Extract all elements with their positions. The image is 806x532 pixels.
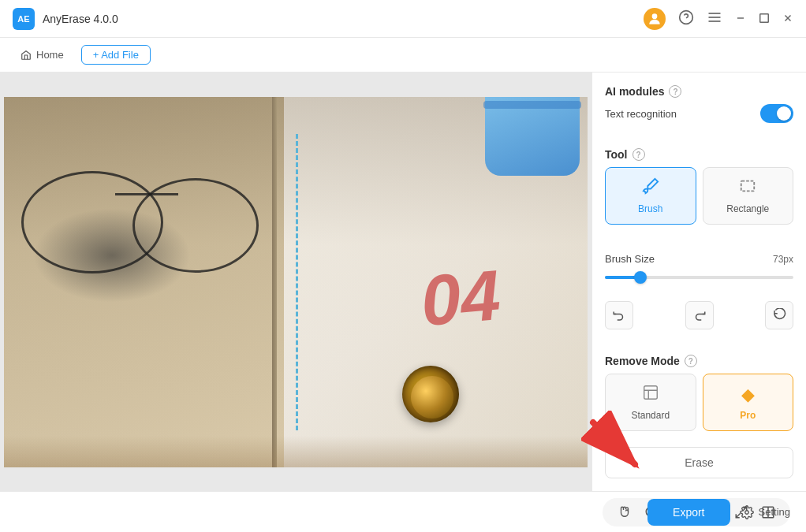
svg-rect-10 [741,181,755,192]
maximize-button[interactable] [759,12,770,26]
reset-button[interactable] [765,301,793,329]
remove-mode-title: Remove Mode ? [605,355,793,367]
brush-size-slider-container [605,270,793,285]
brush-label: Brush [638,203,662,214]
rectangle-tool-button[interactable]: Rectangle [703,167,794,225]
rectangle-label: Rectangle [726,203,769,214]
brush-size-row: Brush Size 73px [605,253,793,265]
toggle-thumb [777,106,791,121]
ai-modules-section: AI modules ? Text recognition [605,85,793,123]
text-recognition-row: Text recognition [605,104,793,123]
title-bar-right [644,8,793,30]
add-file-button[interactable]: + Add File [81,45,151,65]
svg-rect-11 [644,386,658,400]
setting-label: Setting [759,506,790,518]
add-file-label: + Add File [93,49,139,61]
book-number-text: 04 [418,254,504,341]
book-canvas: 04 [4,97,588,467]
title-bar: AE AnyErase 4.0.0 [0,0,806,38]
brush-icon [642,177,659,199]
right-panel: AI modules ? Text recognition Tool ? [591,73,806,491]
undo-button[interactable] [605,301,633,329]
book-spine [272,97,277,467]
pro-mode-button[interactable]: ◆ Pro [703,374,794,431]
brush-size-label: Brush Size [605,253,655,265]
ai-modules-title: AI modules ? [605,85,793,98]
ai-modules-help-icon[interactable]: ? [669,85,681,98]
standard-icon [642,384,659,405]
pro-icon: ◆ [741,385,755,405]
brush-size-value: 73px [773,254,793,265]
tool-help-icon[interactable]: ? [632,148,645,161]
redo-button[interactable] [685,301,714,329]
main-content: 04 AI modules ? Text recognition [0,73,806,491]
help-button[interactable] [678,9,694,28]
slider-thumb [634,271,647,284]
menu-button[interactable] [707,9,722,28]
app-logo: AE [13,8,35,30]
image-area[interactable]: 04 [0,73,591,491]
remove-mode-section: Remove Mode ? Standard ◆ Pro [605,355,793,431]
text-recognition-label: Text recognition [605,108,677,120]
brush-tool-button[interactable]: Brush [605,167,696,225]
title-bar-left: AE AnyErase 4.0.0 [13,8,118,30]
svg-point-0 [652,13,658,19]
remove-mode-grid: Standard ◆ Pro [605,374,793,431]
tool-title: Tool ? [605,148,793,161]
setting-button[interactable]: Setting [740,505,790,519]
minimize-button[interactable] [735,12,746,26]
svg-rect-7 [760,13,769,22]
home-label: Home [36,49,64,61]
brush-size-section: Brush Size 73px [605,250,793,285]
standard-label: Standard [631,410,670,421]
history-row [605,301,793,329]
svg-point-23 [744,510,748,514]
export-button[interactable]: Export [647,499,730,526]
hand-tool-button[interactable] [615,503,634,522]
tool-grid: Brush Rectangle [605,167,793,225]
slider-track [605,276,793,279]
export-section: Export Setting [647,499,790,526]
remove-mode-help-icon[interactable]: ? [685,355,697,367]
dashed-line-decoration [296,134,298,430]
nav-bar: Home + Add File [0,38,806,73]
standard-mode-button[interactable]: Standard [605,374,696,431]
tool-section: Tool ? Brush [605,148,793,225]
pro-label: Pro [740,410,756,421]
text-recognition-toggle[interactable] [760,104,793,123]
erase-button[interactable]: Erase [605,447,793,478]
close-button[interactable] [782,12,793,26]
bottom-toolbar: 24% Export [0,491,806,532]
app-title: AnyErase 4.0.0 [43,13,118,25]
avatar-icon[interactable] [644,8,666,30]
rectangle-icon [739,177,756,199]
home-button[interactable]: Home [13,46,72,64]
